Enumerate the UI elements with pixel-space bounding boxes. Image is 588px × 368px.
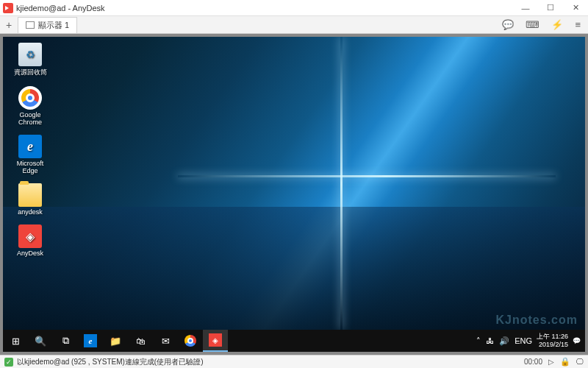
new-tab-button[interactable]: + [0, 16, 18, 34]
wallpaper-reflection [3, 207, 585, 330]
desktop-icons: 資源回收筒 Google Chrome e Microsoft Edge any… [10, 43, 50, 257]
tab-label: 顯示器 1 [38, 20, 69, 31]
lock-icon[interactable]: 🔒 [560, 357, 570, 367]
task-view-button[interactable]: ⧉ [53, 330, 78, 352]
edge-icon: e [84, 334, 97, 347]
watermark: KJnotes.com [496, 314, 578, 327]
network-icon[interactable]: 🖧 [486, 336, 494, 346]
window-controls: — ☐ ✕ [513, 0, 588, 16]
chrome-icon [18, 86, 42, 110]
tray-overflow-icon[interactable]: ˄ [476, 336, 481, 346]
maximize-button[interactable]: ☐ [538, 0, 563, 16]
menu-icon[interactable]: ≡ [575, 19, 581, 30]
anydesk-shortcut[interactable]: AnyDesk [10, 224, 50, 257]
remote-taskbar: ⊞ 🔍 ⧉ e 📁 🛍 ✉ ◈ ˄ 🖧 🔊 ENG 上午 11:26 2019/… [3, 330, 585, 352]
monitor-icon [26, 21, 35, 29]
taskbar-mail[interactable]: ✉ [153, 330, 178, 352]
icon-label: anydesk [18, 208, 43, 216]
remote-viewport: 資源回收筒 Google Chrome e Microsoft Edge any… [0, 34, 588, 355]
icon-label: Microsoft Edge [10, 160, 50, 174]
status-ok-icon: ✓ [4, 358, 13, 367]
icon-label: 資源回收筒 [14, 68, 47, 77]
system-tray: ˄ 🖧 🔊 ENG 上午 11:26 2019/2/15 💬 [476, 333, 585, 349]
anydesk-app-icon [3, 3, 13, 13]
chrome-icon [184, 335, 196, 347]
taskbar-store[interactable]: 🛍 [128, 330, 153, 352]
clock-time: 上午 11:26 [537, 333, 568, 341]
monitor-select-icon[interactable]: 🖵 [576, 358, 584, 366]
taskbar-explorer[interactable]: 📁 [103, 330, 128, 352]
action-center-icon[interactable]: 💬 [573, 337, 581, 344]
wallpaper-light-horizontal [178, 175, 556, 177]
elevate-button[interactable]: ▷ [548, 358, 554, 366]
status-text: 以kjiedemo@ad (925 , SYSTEM)連線完成(使用者已驗證) [17, 357, 204, 367]
close-button[interactable]: ✕ [563, 0, 588, 16]
window-title: kjiedemo@ad - AnyDesk [16, 4, 513, 13]
anydesk-icon: ◈ [209, 333, 222, 347]
session-toolbar: 💬 ⌨ ⚡ ≡ [502, 19, 588, 30]
taskbar-anydesk[interactable]: ◈ [203, 330, 228, 352]
keyboard-icon[interactable]: ⌨ [526, 19, 539, 30]
anydesk-folder[interactable]: anydesk [10, 183, 50, 216]
clock-date: 2019/2/15 [539, 341, 568, 349]
start-button[interactable]: ⊞ [3, 330, 28, 352]
clock[interactable]: 上午 11:26 2019/2/15 [537, 333, 568, 349]
volume-icon[interactable]: 🔊 [499, 336, 509, 346]
recycle-bin[interactable]: 資源回收筒 [10, 43, 50, 77]
ime-indicator[interactable]: ENG [514, 336, 532, 346]
anydesk-statusbar: ✓ 以kjiedemo@ad (925 , SYSTEM)連線完成(使用者已驗證… [0, 355, 588, 368]
remote-desktop[interactable]: 資源回收筒 Google Chrome e Microsoft Edge any… [3, 37, 585, 352]
app-titlebar: kjiedemo@ad - AnyDesk — ☐ ✕ [0, 0, 588, 16]
icon-label: AnyDesk [17, 250, 43, 257]
status-right: 00:00 ▷ 🔒 🖵 [524, 357, 584, 367]
taskbar-edge[interactable]: e [78, 330, 103, 352]
wallpaper-light-vertical [340, 37, 343, 330]
tray-icons: ˄ 🖧 🔊 ENG [476, 336, 532, 346]
chat-icon[interactable]: 💬 [502, 19, 514, 30]
tab-bar: + 顯示器 1 💬 ⌨ ⚡ ≡ [0, 16, 588, 34]
actions-icon[interactable]: ⚡ [551, 19, 563, 30]
search-button[interactable]: 🔍 [28, 330, 53, 352]
chrome-shortcut[interactable]: Google Chrome [10, 86, 50, 126]
tab-monitor-1[interactable]: 顯示器 1 [18, 17, 77, 33]
recycle-bin-icon [18, 43, 42, 66]
anydesk-icon [18, 224, 42, 248]
session-timer: 00:00 [524, 358, 542, 366]
edge-shortcut[interactable]: e Microsoft Edge [10, 135, 50, 174]
edge-icon: e [18, 135, 42, 158]
taskbar-chrome[interactable] [178, 330, 203, 352]
minimize-button[interactable]: — [513, 0, 538, 16]
icon-label: Google Chrome [10, 111, 50, 126]
folder-icon [18, 183, 42, 207]
